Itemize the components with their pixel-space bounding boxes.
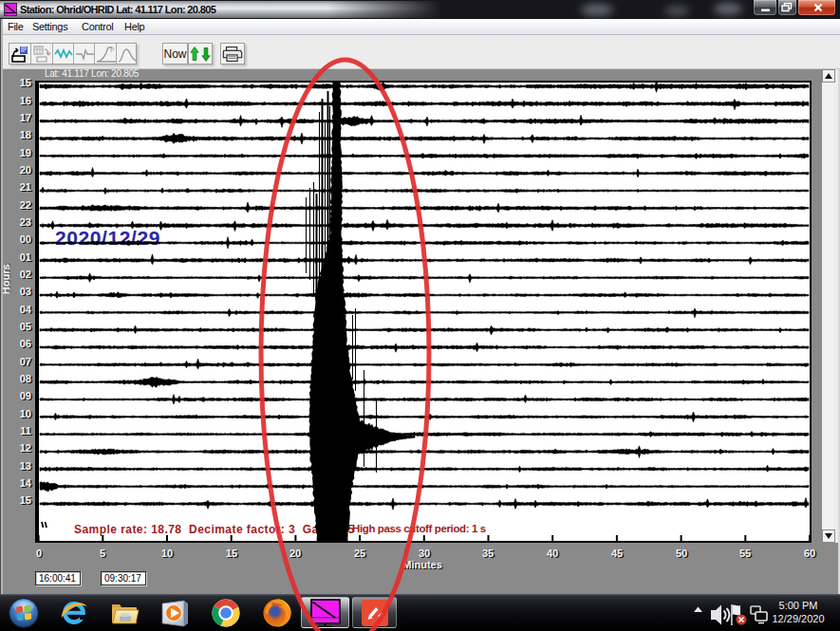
svg-text:P: P <box>110 46 115 53</box>
